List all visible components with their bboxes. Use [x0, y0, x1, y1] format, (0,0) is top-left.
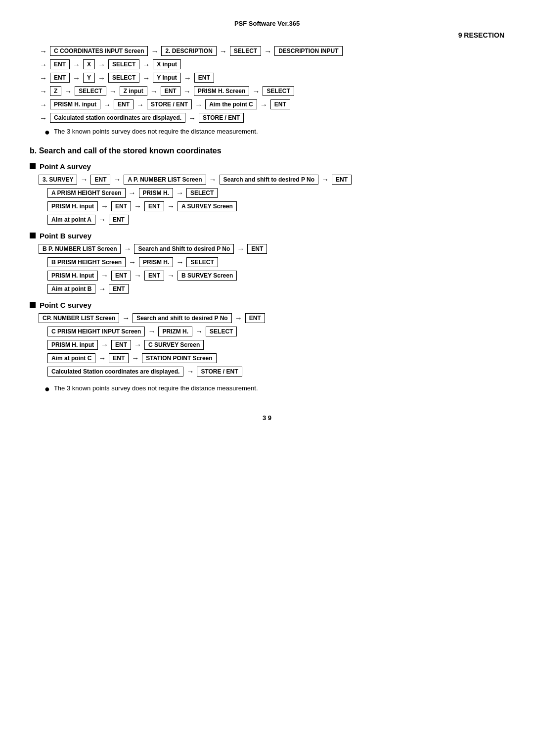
arrow-icon: → [73, 60, 80, 69]
flow-box: ENT [247, 244, 267, 254]
flow-box: Aim at point B [47, 284, 95, 294]
arrow-icon: → [167, 271, 175, 280]
flow-box: PRISM H. input [50, 99, 100, 109]
flow-box: B PRISM HEIGHT Screen [47, 257, 126, 267]
point-b-flows: B P. NUMBER LIST Screen→Search and Shift… [30, 244, 504, 294]
flow-line: B P. NUMBER LIST Screen→Search and Shift… [30, 244, 504, 254]
point-c-section: Point C survey CP. NUMBER LIST Screen→Se… [30, 301, 504, 377]
page-header: PSF Software Ver.365 [30, 20, 504, 27]
flow-line: →ENT→Y→SELECT→Y input→ENT [30, 73, 504, 83]
flow-box: ENT [109, 215, 129, 225]
flow-line: Aim at point C→ENT→STATION POINT Screen [30, 353, 504, 363]
point-a-section: Point A survey 3. SURVEY→ENT→A P. NUMBER… [30, 162, 504, 225]
arrow-icon: → [113, 175, 121, 184]
flow-box: A SURVEY Screen [178, 201, 237, 211]
point-b-heading: Point B survey [30, 232, 504, 240]
flow-box: ENT [161, 86, 180, 96]
bottom-bullet-note: ● The 3 known points survey does not req… [44, 384, 504, 394]
flow-box: Y input [153, 73, 180, 83]
point-c-heading: Point C survey [30, 301, 504, 309]
arrow-icon: → [98, 74, 105, 82]
flow-box: SELECT [108, 73, 139, 83]
flow-box: SELECT [186, 257, 218, 267]
flow-line: Aim at point A→ENT [30, 215, 504, 225]
arrow-icon: → [98, 215, 106, 224]
flow-box: Z input [120, 86, 147, 96]
flow-box: SELECT [230, 46, 261, 56]
flow-box: STATION POINT Screen [142, 353, 216, 363]
arrow-icon: → [129, 189, 136, 197]
arrow-icon: → [195, 327, 203, 335]
arrow-icon: → [136, 100, 144, 109]
page-footer: 3 9 [30, 414, 504, 422]
arrow-icon: → [321, 175, 329, 184]
flow-box: ENT [109, 284, 129, 294]
flow-line: →ENT→X→SELECT→X input [30, 59, 504, 69]
flow-box: Y [83, 73, 95, 83]
arrow-icon: → [167, 202, 175, 210]
arrow-start-icon: → [40, 74, 47, 82]
flow-line: PRISM H. input→ENT→ENT→A SURVEY Screen [30, 201, 504, 211]
arrow-icon: → [183, 87, 191, 95]
arrow-icon: → [80, 175, 88, 184]
arrow-icon: → [134, 271, 141, 280]
flow-box: 3. SURVEY [39, 175, 77, 185]
arrow-icon: → [109, 87, 117, 95]
arrow-icon: → [101, 340, 108, 349]
flow-box: PRISM H. [139, 188, 173, 198]
arrow-start-icon: → [40, 60, 47, 69]
flow-box: Aim at point C [47, 353, 95, 363]
flow-box: PRISM H. input [47, 340, 98, 350]
flow-box: Search and Shift to desired P No [134, 244, 234, 254]
point-c-flows: CP. NUMBER LIST Screen→Search and shift … [30, 313, 504, 377]
flow-box: Search and shift to desired P No [220, 175, 319, 185]
arrow-icon: → [151, 47, 158, 55]
flow-box: Z [50, 86, 61, 96]
flow-box: B P. NUMBER LIST Screen [39, 244, 121, 254]
flow-box: ENT [111, 201, 131, 211]
flow-box: SELECT [263, 86, 294, 96]
flow-box: SELECT [206, 327, 237, 336]
arrow-icon: → [142, 74, 150, 82]
flow-box: STORE / ENT [197, 367, 242, 377]
top-flows: →C COORDINATES INPUT Screen→2. DESCRIPTI… [30, 46, 504, 123]
flow-box: STORE / ENT [147, 99, 192, 109]
flow-box: Search and shift to desired P No [133, 313, 232, 323]
flow-box: ENT [50, 59, 70, 69]
flow-line: Aim at point B→ENT [30, 284, 504, 294]
flow-box: PRISM H. Screen [194, 86, 250, 96]
arrow-icon: → [195, 100, 202, 109]
arrow-icon: → [188, 114, 196, 122]
section-label: 9 RESECTION [30, 31, 504, 39]
arrow-start-icon: → [40, 100, 47, 109]
arrow-icon: → [150, 87, 158, 95]
flow-box: ENT [90, 175, 110, 185]
flow-box: Calculated Station coordinates are displ… [47, 367, 183, 377]
arrow-icon: → [98, 284, 106, 293]
arrow-icon: → [142, 60, 150, 69]
flow-line: 3. SURVEY→ENT→A P. NUMBER LIST Screen→Se… [30, 175, 504, 185]
flow-box: Aim the point C [205, 99, 257, 109]
arrow-icon: → [235, 314, 242, 322]
arrow-icon: → [132, 354, 139, 362]
arrow-icon: → [209, 175, 217, 184]
flow-box: PRISM H. [139, 257, 173, 267]
arrow-icon: → [129, 258, 136, 266]
section-b-heading: b. Search and call of the stored known c… [30, 146, 504, 155]
flow-line: PRISM H. input→ENT→ENT→B SURVEY Screen [30, 271, 504, 281]
flow-box: ENT [114, 99, 134, 109]
flow-box: B SURVEY Screen [178, 271, 237, 281]
flow-box: X [83, 59, 95, 69]
flow-line: →PRISM H. input→ENT→STORE / ENT→Aim the … [30, 99, 504, 109]
arrow-icon: → [98, 354, 106, 362]
arrow-icon: → [98, 60, 105, 69]
arrow-icon: → [264, 47, 271, 55]
flow-box: ENT [50, 73, 70, 83]
flow-box: ENT [111, 340, 131, 350]
flow-box: PRISM H. input [47, 271, 98, 281]
flow-box: Aim at point A [47, 215, 95, 225]
flow-box: A P. NUMBER LIST Screen [124, 175, 206, 185]
arrow-icon: → [124, 244, 131, 253]
arrow-icon: → [220, 47, 227, 55]
flow-line: →Z→SELECT→Z input→ENT→PRISM H. Screen→SE… [30, 86, 504, 96]
